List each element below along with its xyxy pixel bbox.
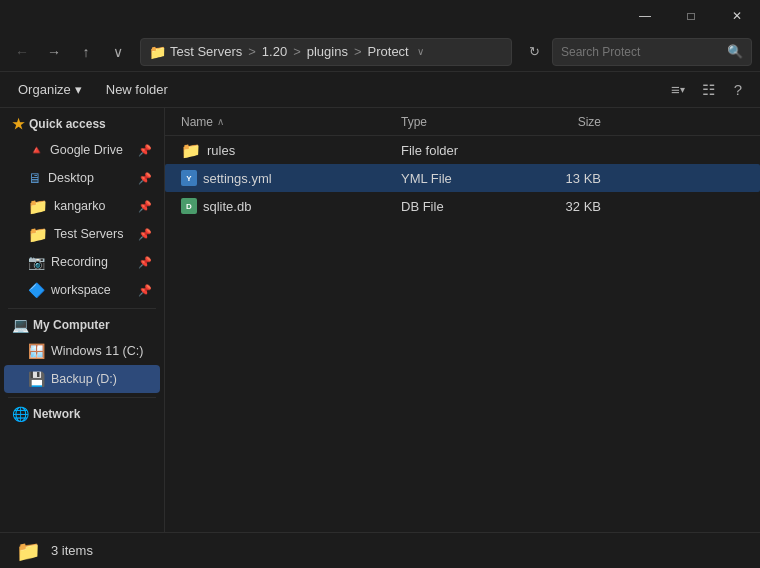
sidebar-item-windows[interactable]: 🪟 Windows 11 (C:)	[4, 337, 160, 365]
network-label: Network	[33, 407, 80, 421]
file-size-settings: 13 KB	[521, 171, 601, 186]
file-label-rules: rules	[207, 143, 235, 158]
sidebar-label-test-servers: Test Servers	[54, 227, 132, 241]
col-name-label: Name	[181, 115, 213, 129]
layout-button[interactable]: ☷	[694, 76, 722, 104]
computer-icon: 💻	[12, 317, 29, 333]
file-type-settings: YML File	[401, 171, 521, 186]
refresh-button[interactable]: ↻	[520, 38, 548, 66]
breadcrumb-sep-1: >	[248, 44, 256, 59]
pin-icon-1: 📌	[138, 172, 152, 185]
sidebar-item-workspace[interactable]: 🔷 workspace 📌	[4, 276, 160, 304]
organize-chevron: ▾	[75, 82, 82, 97]
status-folder-icon: 📁	[16, 539, 41, 563]
file-label-settings: settings.yml	[203, 171, 272, 186]
sidebar: ★ Quick access 🔺 Google Drive 📌 🖥 Deskto…	[0, 108, 165, 532]
network-icon: 🌐	[12, 406, 29, 422]
pin-icon-2: 📌	[138, 200, 152, 213]
table-row[interactable]: D sqlite.db DB File 32 KB	[165, 192, 760, 220]
toolbar: Organize ▾ New folder ≡ ▾ ☷ ?	[0, 72, 760, 108]
view-button[interactable]: ≡ ▾	[664, 76, 692, 104]
recording-icon: 📷	[28, 254, 45, 270]
table-row[interactable]: Y settings.yml YML File 13 KB	[165, 164, 760, 192]
backup-icon: 💾	[28, 371, 45, 387]
view-icon: ≡	[671, 81, 680, 98]
file-name-settings: Y settings.yml	[181, 170, 401, 186]
folder-icon-rules: 📁	[181, 141, 201, 160]
workspace-icon: 🔷	[28, 282, 45, 298]
search-input[interactable]	[561, 45, 723, 59]
sidebar-label-backup: Backup (D:)	[51, 372, 152, 386]
folder-icon-test-servers: 📁	[28, 225, 48, 244]
google-drive-icon: 🔺	[28, 142, 44, 158]
forward-button[interactable]: →	[40, 38, 68, 66]
pin-icon-5: 📌	[138, 284, 152, 297]
pin-icon-3: 📌	[138, 228, 152, 241]
windows-icon: 🪟	[28, 343, 45, 359]
maximize-button[interactable]: □	[668, 0, 714, 32]
help-icon: ?	[734, 81, 742, 98]
pin-icon-0: 📌	[138, 144, 152, 157]
star-icon: ★	[12, 116, 25, 132]
breadcrumb-120[interactable]: 1.20	[262, 44, 287, 59]
file-name-sqlite: D sqlite.db	[181, 198, 401, 214]
search-bar: 🔍	[552, 38, 752, 66]
pin-icon-4: 📌	[138, 256, 152, 269]
breadcrumb-test-servers[interactable]: Test Servers	[170, 44, 242, 59]
table-row[interactable]: 📁 rules File folder	[165, 136, 760, 164]
breadcrumb-plugins[interactable]: plugins	[307, 44, 348, 59]
up-button[interactable]: ↑	[72, 38, 100, 66]
sidebar-label-kangarko: kangarko	[54, 199, 132, 213]
recent-button[interactable]: ∨	[104, 38, 132, 66]
organize-label: Organize	[18, 82, 71, 97]
content-area: Name ∧ Type Size 📁 rules File folder	[165, 108, 760, 532]
close-button[interactable]: ✕	[714, 0, 760, 32]
back-button[interactable]: ←	[8, 38, 36, 66]
address-bar[interactable]: 📁 Test Servers > 1.20 > plugins > Protec…	[140, 38, 512, 66]
column-name[interactable]: Name ∧	[181, 115, 401, 129]
folder-icon-kangarko: 📁	[28, 197, 48, 216]
search-icon: 🔍	[727, 44, 743, 59]
help-button[interactable]: ?	[724, 76, 752, 104]
col-type-label: Type	[401, 115, 427, 129]
sidebar-label-windows: Windows 11 (C:)	[51, 344, 152, 358]
new-folder-label: New folder	[106, 82, 168, 97]
sidebar-item-backup[interactable]: 💾 Backup (D:)	[4, 365, 160, 393]
main-area: ★ Quick access 🔺 Google Drive 📌 🖥 Deskto…	[0, 108, 760, 532]
new-folder-button[interactable]: New folder	[96, 76, 178, 104]
yml-icon: Y	[181, 170, 197, 186]
breadcrumb-protect[interactable]: Protect	[368, 44, 409, 59]
file-name-rules: 📁 rules	[181, 141, 401, 160]
col-size-label: Size	[578, 115, 601, 129]
status-item-count: 3 items	[51, 543, 93, 558]
layout-icon: ☷	[702, 81, 715, 99]
column-type[interactable]: Type	[401, 115, 521, 129]
sidebar-label-desktop: Desktop	[48, 171, 132, 185]
sidebar-quick-access[interactable]: ★ Quick access	[4, 112, 160, 136]
sidebar-sep-1	[8, 308, 156, 309]
column-size[interactable]: Size	[521, 115, 601, 129]
my-computer-label: My Computer	[33, 318, 110, 332]
sidebar-label-recording: Recording	[51, 255, 132, 269]
sidebar-item-kangarko[interactable]: 📁 kangarko 📌	[4, 192, 160, 220]
desktop-icon: 🖥	[28, 170, 42, 186]
file-size-sqlite: 32 KB	[521, 199, 601, 214]
address-folder-icon: 📁	[149, 44, 166, 60]
minimize-button[interactable]: —	[622, 0, 668, 32]
file-label-sqlite: sqlite.db	[203, 199, 251, 214]
view-chevron: ▾	[680, 84, 685, 95]
sidebar-item-google-drive[interactable]: 🔺 Google Drive 📌	[4, 136, 160, 164]
sidebar-item-desktop[interactable]: 🖥 Desktop 📌	[4, 164, 160, 192]
sidebar-item-test-servers[interactable]: 📁 Test Servers 📌	[4, 220, 160, 248]
sidebar-network[interactable]: 🌐 Network	[4, 402, 160, 426]
nav-bar: ← → ↑ ∨ 📁 Test Servers > 1.20 > plugins …	[0, 32, 760, 72]
sort-indicator: ∧	[217, 116, 224, 127]
organize-button[interactable]: Organize ▾	[8, 76, 92, 104]
sidebar-sep-2	[8, 397, 156, 398]
breadcrumb-sep-3: >	[354, 44, 362, 59]
quick-access-label: Quick access	[29, 117, 106, 131]
breadcrumb-expand-icon: ∨	[417, 46, 424, 57]
sidebar-item-recording[interactable]: 📷 Recording 📌	[4, 248, 160, 276]
sidebar-my-computer[interactable]: 💻 My Computer	[4, 313, 160, 337]
title-bar: — □ ✕	[0, 0, 760, 32]
